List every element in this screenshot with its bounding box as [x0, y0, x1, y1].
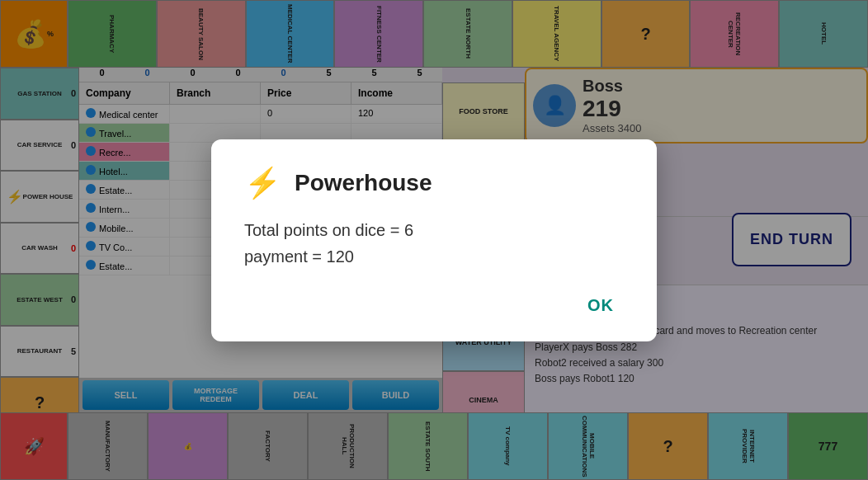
modal-icon: ⚡	[244, 166, 281, 200]
modal-body: Total points on dice = 6 payment = 120	[244, 217, 624, 270]
modal-footer: OK	[244, 293, 624, 318]
modal-overlay: ⚡ Powerhouse Total points on dice = 6 pa…	[0, 0, 868, 480]
modal-body-line1: Total points on dice = 6	[244, 217, 624, 243]
modal-title-row: ⚡ Powerhouse	[244, 166, 624, 200]
modal-ok-button[interactable]: OK	[578, 293, 624, 318]
modal-box: ⚡ Powerhouse Total points on dice = 6 pa…	[211, 139, 657, 341]
modal-title: Powerhouse	[295, 170, 432, 196]
modal-body-line2: payment = 120	[244, 243, 624, 270]
